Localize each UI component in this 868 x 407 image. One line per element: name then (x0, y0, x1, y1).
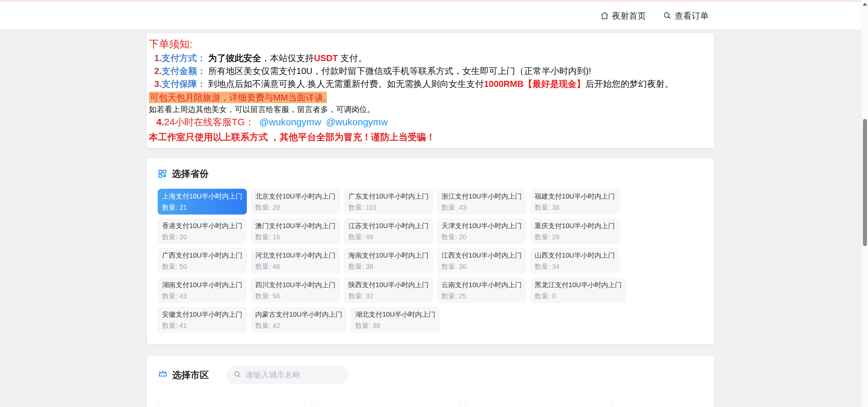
scrollbar-thumb[interactable] (863, 119, 867, 246)
nav-home-label: 夜射首页 (612, 10, 646, 21)
province-tile[interactable]: 香港支付10U半小时内上门 数量: 20 (158, 218, 247, 244)
province-tile[interactable]: 重庆支付10U半小时内上门 数量: 29 (530, 218, 619, 244)
province-tile[interactable]: 浙江支付10U半小时内上门 数量: 43 (437, 189, 526, 215)
search-icon (233, 370, 241, 380)
province-tile-label: 上海支付10U半小时内上门 (162, 192, 242, 201)
search-icon (663, 11, 672, 20)
province-tile-count: 数量: 25 (441, 292, 522, 300)
province-tile-label: 云南支付10U半小时内上门 (441, 280, 522, 290)
province-tile[interactable]: 陕西支付10U半小时内上门 数量: 32 (344, 277, 433, 303)
province-tile-count: 数量: 101 (348, 203, 429, 212)
province-tile-label: 黑龙江支付10U半小时内上门 (535, 280, 622, 290)
district-card[interactable]: 东城区、西城区、朝阳区… 10.00 USDT 库存 100 (466, 400, 613, 407)
province-panel: 选择省份 上海支付10U半小时内上门 数量: 21 北京支付10U半小时内上门 … (147, 158, 714, 344)
province-tile-label: 河北支付10U半小时内上门 (255, 251, 336, 260)
province-tile-label: 广东支付10U半小时内上门 (348, 192, 429, 201)
province-tile-count: 数量: 20 (162, 233, 242, 241)
province-tile-label: 四川支付10U半小时内上门 (255, 280, 336, 290)
district-section-title: 选择市区 (172, 369, 209, 381)
district-card[interactable]: 宝山区、嘉定区、浦东新… 10.00 USDT 库存 100 (312, 400, 459, 407)
province-tile[interactable]: 四川支付10U半小时内上门 数量: 56 (251, 277, 340, 303)
province-tile-label: 澳门支付10U半小时内上门 (255, 221, 336, 230)
province-tile-count: 数量: 43 (441, 203, 522, 212)
crown-icon (158, 369, 168, 381)
province-tile[interactable]: 湖南支付10U半小时内上门 数量: 43 (158, 277, 247, 303)
province-tile-count: 数量: 43 (162, 292, 242, 300)
province-tile-label: 重庆支付10U半小时内上门 (535, 221, 615, 230)
province-tile-count: 数量: 56 (255, 292, 336, 300)
district-card-list: 黄浦区、徐汇区、长宁区… 10.00 USDT 库存 100 宝山区、嘉定区、浦… (158, 400, 703, 407)
province-tile[interactable]: 云南支付10U半小时内上门 数量: 25 (437, 277, 526, 303)
province-tile-count: 数量: 0 (535, 292, 622, 300)
province-grid: 上海支付10U半小时内上门 数量: 21 北京支付10U半小时内上门 数量: 2… (158, 189, 703, 333)
province-tile[interactable]: 江西支付10U半小时内上门 数量: 36 (437, 248, 526, 274)
province-tile[interactable]: 河北支付10U半小时内上门 数量: 46 (251, 248, 340, 274)
province-tile[interactable]: 安徽支付10U半小时内上门 数量: 41 (158, 307, 247, 333)
province-tile-count: 数量: 38 (355, 321, 435, 330)
province-tile[interactable]: 上海支付10U半小时内上门 数量: 21 (158, 189, 247, 215)
telegram-link-2[interactable]: @wukongymw (326, 117, 388, 127)
province-tile[interactable]: 福建支付10U半小时内上门 数量: 38 (530, 189, 619, 215)
province-tile-count: 数量: 49 (348, 233, 429, 241)
province-tile-label: 广西支付10U半小时内上门 (162, 251, 242, 260)
province-tile[interactable]: 澳门支付10U半小时内上门 数量: 16 (251, 218, 340, 244)
province-tile-label: 福建支付10U半小时内上门 (535, 192, 615, 201)
province-tile[interactable]: 江苏支付10U半小时内上门 数量: 49 (344, 218, 433, 244)
province-tile-label: 江西支付10U半小时内上门 (441, 251, 522, 260)
province-tile-count: 数量: 20 (441, 233, 522, 241)
grid-icon (158, 169, 167, 179)
province-tile-count: 数量: 34 (535, 262, 615, 271)
province-tile-count: 数量: 42 (255, 321, 342, 330)
home-icon (600, 11, 609, 20)
notice-warning: 本工作室只使用以上联系方式 ，其他平台全部为冒充！谨防上当受骗！ (149, 130, 707, 144)
province-tile[interactable]: 黑龙江支付10U半小时内上门 数量: 0 (530, 277, 626, 303)
district-panel: 选择市区 黄浦区、徐汇 (147, 356, 714, 407)
notice-line-payment-method: 1.支付方式： 为了彼此安全，本站仅支持USDT 支付。 (149, 52, 707, 64)
notice-note: 如若看上周边其他美女，可以留言给客服，留言者多，可调岗位。 (149, 104, 707, 115)
notice-title: 下单须知: (149, 37, 707, 52)
top-nav: 夜射首页 查看订单 (0, 2, 868, 30)
arrow-up-icon[interactable] (863, 3, 867, 6)
province-tile-label: 安徽支付10U半小时内上门 (162, 310, 242, 319)
district-card[interactable]: 黄浦区、徐汇区、长宁区… 10.00 USDT 库存 100 (158, 400, 304, 407)
province-tile-count: 数量: 16 (255, 233, 336, 241)
city-search-field[interactable] (226, 366, 349, 384)
telegram-link-1[interactable]: @wukongymw (259, 117, 321, 127)
nav-home-link[interactable]: 夜射首页 (600, 10, 646, 21)
province-tile-count: 数量: 29 (535, 233, 615, 241)
district-panel-header: 选择市区 (158, 366, 703, 384)
province-tile-label: 湖南支付10U半小时内上门 (162, 280, 242, 290)
province-tile-count: 数量: 36 (441, 262, 522, 271)
province-tile-label: 浙江支付10U半小时内上门 (441, 192, 522, 201)
province-tile[interactable]: 广东支付10U半小时内上门 数量: 101 (344, 189, 433, 215)
notice-line-payment-amount: 2.支付金额： 所有地区美女仅需支付10U，付款时留下微信或手机等联系方式，女生… (149, 64, 707, 77)
notice-line-payment-guarantee: 3.支付保障： 到地点后如不满意可换人.换人无需重新付费。如无需换人则向女生支付… (149, 77, 707, 90)
page-scrollbar[interactable] (861, 0, 868, 407)
nav-orders-label: 查看订单 (675, 10, 709, 21)
province-tile-count: 数量: 32 (348, 292, 429, 300)
province-tile-label: 香港支付10U半小时内上门 (162, 221, 242, 230)
province-tile[interactable]: 广西支付10U半小时内上门 数量: 50 (158, 248, 247, 274)
city-search-input[interactable] (245, 370, 342, 380)
province-tile-label: 山西支付10U半小时内上门 (535, 251, 615, 260)
province-tile-count: 数量: 41 (162, 321, 242, 330)
notice-line-telegram: 4.24小时在线客服TG：@wukongymw@wukongymw (149, 115, 707, 130)
province-tile[interactable]: 内蒙古支付10U半小时内上门 数量: 42 (251, 307, 347, 333)
province-tile-label: 天津支付10U半小时内上门 (441, 221, 522, 230)
province-panel-header: 选择省份 (158, 168, 703, 180)
province-tile[interactable]: 天津支付10U半小时内上门 数量: 20 (437, 218, 526, 244)
province-tile-label: 北京支付10U半小时内上门 (255, 192, 336, 201)
province-section-title: 选择省份 (172, 168, 209, 180)
province-tile[interactable]: 湖北支付10U半小时内上门 数量: 38 (351, 307, 440, 333)
province-tile-count: 数量: 50 (162, 262, 242, 271)
province-tile[interactable]: 山西支付10U半小时内上门 数量: 34 (530, 248, 619, 274)
province-tile-count: 数量: 46 (255, 262, 336, 271)
page: 夜射首页 查看订单 下单须知: 1.支付方式： 为了彼此安全，本站仅支持USDT… (0, 0, 868, 407)
province-tile[interactable]: 北京支付10U半小时内上门 数量: 28 (251, 189, 340, 215)
province-tile-count: 数量: 28 (255, 203, 336, 212)
nav-orders-link[interactable]: 查看订单 (663, 10, 709, 21)
province-tile-label: 内蒙古支付10U半小时内上门 (255, 310, 342, 319)
province-tile-count: 数量: 38 (535, 203, 615, 212)
province-tile[interactable]: 海南支付10U半小时内上门 数量: 38 (344, 248, 433, 274)
notice-highlight: 可包天包月陪旅游，详细资费与MM当面详谈. (149, 92, 327, 103)
